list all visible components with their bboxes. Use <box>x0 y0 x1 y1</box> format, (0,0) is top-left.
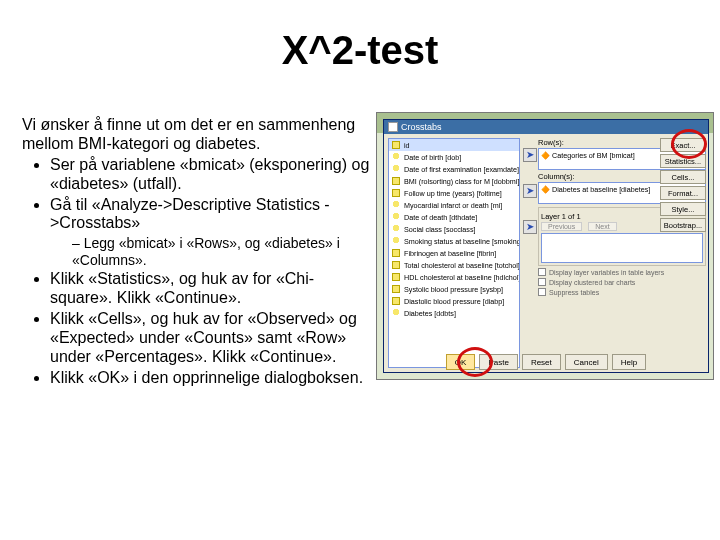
spss-screenshot: Crosstabs idDate of birth [dob]Date of f… <box>376 112 714 380</box>
scale-icon <box>391 188 401 198</box>
variable-label: Myocardial infarct or death [mi] <box>404 201 502 210</box>
variable-row[interactable]: Date of birth [dob] <box>389 151 519 163</box>
dialog-title: Crosstabs <box>401 122 442 132</box>
bullet-text: Gå til «Analyze->Descriptive Statistics … <box>50 196 330 232</box>
format-button[interactable]: Format... <box>660 186 706 200</box>
variable-row[interactable]: id <box>389 139 519 151</box>
variable-label: Systolic blood pressure [sysbp] <box>404 285 503 294</box>
variable-label: Smoking status at baseline [smoking] <box>404 237 520 246</box>
slide-title: X^2-test <box>0 28 720 73</box>
crosstabs-dialog: Crosstabs idDate of birth [dob]Date of f… <box>383 119 709 373</box>
variable-label: Date of birth [dob] <box>404 153 461 162</box>
ok-button[interactable]: OK <box>446 354 476 370</box>
variable-row[interactable]: Total cholesterol at baseline [totchol] <box>389 259 519 271</box>
variable-list[interactable]: idDate of birth [dob]Date of first exami… <box>388 138 520 368</box>
variable-label: Date of death [dthdate] <box>404 213 477 222</box>
scale-icon <box>391 296 401 306</box>
scale-icon <box>391 272 401 282</box>
variable-row[interactable]: Diabetes [ddbts] <box>389 307 519 319</box>
variable-label: HDL cholesterol at baseline [hdlchol] <box>404 273 520 282</box>
statistics-button[interactable]: Statistics... <box>660 154 706 168</box>
dialog-titlebar: Crosstabs <box>384 120 708 134</box>
nominal-icon <box>391 152 401 162</box>
nominal-icon <box>391 200 401 210</box>
variable-row[interactable]: Diastolic blood pressure [diabp] <box>389 295 519 307</box>
scale-icon <box>391 140 401 150</box>
variable-row[interactable]: Date of first examination [examdate] <box>389 163 519 175</box>
variable-row[interactable]: Date of death [dthdate] <box>389 211 519 223</box>
variable-label: BMI (rolsorting) class for M [dobbmi] <box>404 177 519 186</box>
variable-row[interactable]: Social class [socclass] <box>389 223 519 235</box>
variable-row[interactable]: Follow up time (years) [foltime] <box>389 187 519 199</box>
bullet-item: Gå til «Analyze->Descriptive Statistics … <box>50 196 374 269</box>
variable-label: Follow up time (years) [foltime] <box>404 189 502 198</box>
help-button[interactable]: Help <box>612 354 646 370</box>
app-icon <box>388 122 398 132</box>
bullet-item: Klikk «Cells», og huk av for «Observed» … <box>50 310 374 367</box>
variable-row[interactable]: Fibrinogen at baseline [fibrin] <box>389 247 519 259</box>
columns-item: 🔶 Diabetes at baseline [diabetes] <box>541 185 650 194</box>
move-to-columns-button[interactable]: ➤ <box>523 184 537 198</box>
bullet-item: Klikk «Statistics», og huk av for «Chi-s… <box>50 270 374 308</box>
move-to-rows-button[interactable]: ➤ <box>523 148 537 162</box>
cancel-button[interactable]: Cancel <box>565 354 608 370</box>
side-buttons: Exact... Statistics... Cells... Format..… <box>660 138 706 232</box>
variable-row[interactable]: Myocardial infarct or death [mi] <box>389 199 519 211</box>
variable-label: Diastolic blood pressure [diabp] <box>404 297 504 306</box>
variable-row[interactable]: HDL cholesterol at baseline [hdlchol] <box>389 271 519 283</box>
nominal-icon <box>391 308 401 318</box>
layer-next-button[interactable]: Next <box>588 222 616 231</box>
nominal-icon <box>391 236 401 246</box>
variable-label: id <box>404 141 410 150</box>
sub-bullet-item: Legg «bmicat» i «Rows», og «diabetes» i … <box>72 235 374 268</box>
variable-label: Diabetes [ddbts] <box>404 309 456 318</box>
body-text: Vi ønsker å finne ut om det er en sammen… <box>22 116 374 390</box>
intro-paragraph: Vi ønsker å finne ut om det er en sammen… <box>22 116 374 154</box>
scale-icon <box>391 284 401 294</box>
display-layer-checkbox[interactable]: Display layer variables in table layers <box>538 268 706 276</box>
cells-button[interactable]: Cells... <box>660 170 706 184</box>
variable-label: Fibrinogen at baseline [fibrin] <box>404 249 496 258</box>
layer-box[interactable] <box>541 233 703 263</box>
variable-label: Social class [socclass] <box>404 225 476 234</box>
layer-prev-button[interactable]: Previous <box>541 222 582 231</box>
variable-row[interactable]: Smoking status at baseline [smoking] <box>389 235 519 247</box>
reset-button[interactable]: Reset <box>522 354 561 370</box>
scale-icon <box>391 260 401 270</box>
clustered-bar-checkbox[interactable]: Display clustered bar charts <box>538 278 706 286</box>
nominal-icon <box>391 224 401 234</box>
scale-icon <box>391 248 401 258</box>
bullet-item: Ser på variablene «bmicat» (eksponering)… <box>50 156 374 194</box>
variable-row[interactable]: BMI (rolsorting) class for M [dobbmi] <box>389 175 519 187</box>
rows-item: 🔶 Categories of BM [bmicat] <box>541 151 635 160</box>
suppress-tables-checkbox[interactable]: Suppress tables <box>538 288 706 296</box>
exact-button[interactable]: Exact... <box>660 138 706 152</box>
bottom-button-bar: OK Paste Reset Cancel Help <box>384 354 708 370</box>
variable-label: Total cholesterol at baseline [totchol] <box>404 261 520 270</box>
nominal-icon <box>391 212 401 222</box>
bullet-item: Klikk «OK» i den opprinnelige dialogboks… <box>50 369 374 388</box>
variable-row[interactable]: Systolic blood pressure [sysbp] <box>389 283 519 295</box>
bootstrap-button[interactable]: Bootstrap... <box>660 218 706 232</box>
variable-label: Date of first examination [examdate] <box>404 165 519 174</box>
nominal-icon <box>391 164 401 174</box>
paste-button[interactable]: Paste <box>479 354 517 370</box>
scale-icon <box>391 176 401 186</box>
move-to-layer-button[interactable]: ➤ <box>523 220 537 234</box>
style-button[interactable]: Style... <box>660 202 706 216</box>
